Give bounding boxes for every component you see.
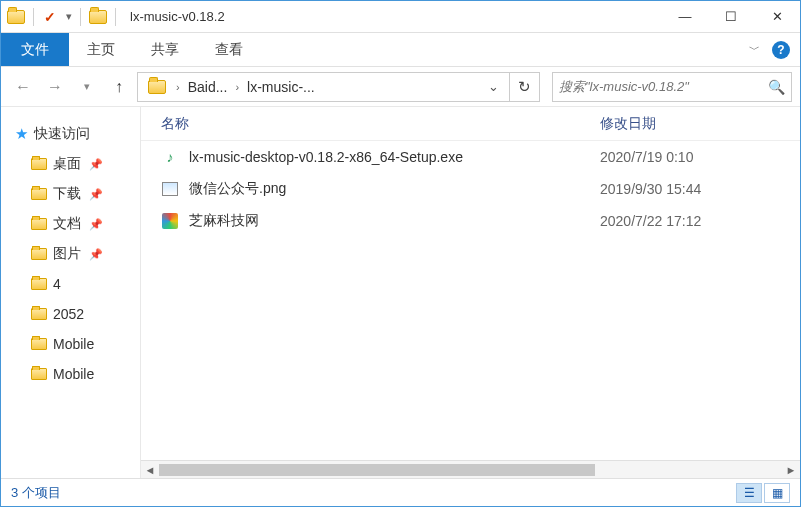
folder-icon — [31, 248, 47, 260]
quick-access-toolbar: ✓ ▾ — [1, 1, 122, 32]
file-name: lx-music-desktop-v0.18.2-x86_64-Setup.ex… — [189, 149, 590, 165]
scroll-thumb[interactable] — [159, 464, 595, 476]
file-name: 微信公众号.png — [189, 180, 590, 198]
separator — [80, 8, 81, 26]
home-tab[interactable]: 主页 — [69, 33, 133, 66]
sidebar-item-pictures[interactable]: 图片📌 — [5, 239, 140, 269]
title-bar: ✓ ▾ lx-music-v0.18.2 — ☐ ✕ — [1, 1, 800, 33]
sidebar-item-downloads[interactable]: 下载📌 — [5, 179, 140, 209]
file-row[interactable]: 芝麻科技网 2020/7/22 17:12 — [141, 205, 800, 237]
breadcrumb-item[interactable]: lx-music-... — [243, 79, 319, 95]
column-headers: 名称 修改日期 — [141, 107, 800, 141]
recent-dropdown[interactable]: ▾ — [73, 73, 101, 101]
separator — [33, 8, 34, 26]
file-date: 2019/9/30 15:44 — [600, 181, 780, 197]
horizontal-scrollbar[interactable]: ◄ ► — [141, 460, 800, 478]
maximize-button[interactable]: ☐ — [708, 1, 754, 32]
folder-icon — [31, 368, 47, 380]
share-tab[interactable]: 共享 — [133, 33, 197, 66]
folder-icon — [31, 158, 47, 170]
sidebar-item-folder[interactable]: 4 — [5, 269, 140, 299]
forward-button[interactable]: → — [41, 73, 69, 101]
help-icon[interactable]: ? — [772, 41, 790, 59]
quick-access[interactable]: ★ 快速访问 — [5, 119, 140, 149]
ribbon: 文件 主页 共享 查看 ﹀ ? — [1, 33, 800, 67]
status-bar: 3 个项目 ☰ ▦ — [1, 478, 800, 506]
view-tab[interactable]: 查看 — [197, 33, 261, 66]
folder-icon — [31, 188, 47, 200]
window-controls: — ☐ ✕ — [662, 1, 800, 32]
png-icon — [161, 180, 179, 198]
file-name: 芝麻科技网 — [189, 212, 590, 230]
minimize-button[interactable]: — — [662, 1, 708, 32]
column-header-date[interactable]: 修改日期 — [600, 115, 780, 133]
details-view-button[interactable]: ☰ — [736, 483, 762, 503]
item-count: 3 个项目 — [11, 484, 61, 502]
refresh-button[interactable]: ↻ — [510, 72, 540, 102]
up-button[interactable]: ↑ — [105, 73, 133, 101]
chevron-right-icon[interactable]: › — [231, 81, 243, 93]
folder-icon — [31, 218, 47, 230]
search-icon[interactable]: 🔍 — [768, 79, 785, 95]
folder-icon — [31, 338, 47, 350]
pin-icon: 📌 — [89, 188, 103, 201]
sidebar-item-folder[interactable]: Mobile — [5, 329, 140, 359]
chevron-right-icon[interactable]: › — [172, 81, 184, 93]
back-button[interactable]: ← — [9, 73, 37, 101]
scroll-left-icon[interactable]: ◄ — [141, 464, 159, 476]
scroll-right-icon[interactable]: ► — [782, 464, 800, 476]
separator — [115, 8, 116, 26]
sidebar-item-documents[interactable]: 文档📌 — [5, 209, 140, 239]
folder-icon[interactable] — [7, 10, 25, 24]
file-list[interactable]: ♪ lx-music-desktop-v0.18.2-x86_64-Setup.… — [141, 141, 800, 460]
folder-icon — [31, 278, 47, 290]
star-icon: ★ — [15, 125, 28, 143]
file-row[interactable]: ♪ lx-music-desktop-v0.18.2-x86_64-Setup.… — [141, 141, 800, 173]
thumbnails-view-button[interactable]: ▦ — [764, 483, 790, 503]
folder-icon — [148, 80, 166, 94]
file-tab[interactable]: 文件 — [1, 33, 69, 66]
exe-icon: ♪ — [161, 148, 179, 166]
file-date: 2020/7/22 17:12 — [600, 213, 780, 229]
expand-ribbon-icon[interactable]: ﹀ — [749, 42, 760, 57]
pin-icon: 📌 — [89, 158, 103, 171]
breadcrumb-item[interactable]: Baid... — [184, 79, 232, 95]
search-box[interactable]: 🔍 — [552, 72, 792, 102]
file-pane: 名称 修改日期 ♪ lx-music-desktop-v0.18.2-x86_6… — [141, 107, 800, 478]
folder-icon — [89, 10, 107, 24]
pin-icon: 📌 — [89, 218, 103, 231]
column-header-name[interactable]: 名称 — [161, 115, 600, 133]
properties-icon[interactable]: ✓ — [42, 9, 58, 25]
navigation-pane: ★ 快速访问 桌面📌 下载📌 文档📌 图片📌 4 2052 Mobile Mob… — [1, 107, 141, 478]
file-date: 2020/7/19 0:10 — [600, 149, 780, 165]
sidebar-item-desktop[interactable]: 桌面📌 — [5, 149, 140, 179]
breadcrumb-bar[interactable]: › Baid... › lx-music-... ⌄ — [137, 72, 510, 102]
qat-dropdown-icon[interactable]: ▾ — [66, 10, 72, 23]
address-bar: ← → ▾ ↑ › Baid... › lx-music-... ⌄ ↻ 🔍 — [1, 67, 800, 107]
sidebar-item-folder[interactable]: 2052 — [5, 299, 140, 329]
pin-icon: 📌 — [89, 248, 103, 261]
folder-icon — [31, 308, 47, 320]
file-row[interactable]: 微信公众号.png 2019/9/30 15:44 — [141, 173, 800, 205]
address-dropdown-icon[interactable]: ⌄ — [482, 79, 505, 94]
sidebar-item-folder[interactable]: Mobile — [5, 359, 140, 389]
search-input[interactable] — [559, 79, 768, 94]
quick-access-label: 快速访问 — [34, 125, 90, 143]
close-button[interactable]: ✕ — [754, 1, 800, 32]
shortcut-icon — [161, 212, 179, 230]
window-title: lx-music-v0.18.2 — [130, 9, 225, 24]
